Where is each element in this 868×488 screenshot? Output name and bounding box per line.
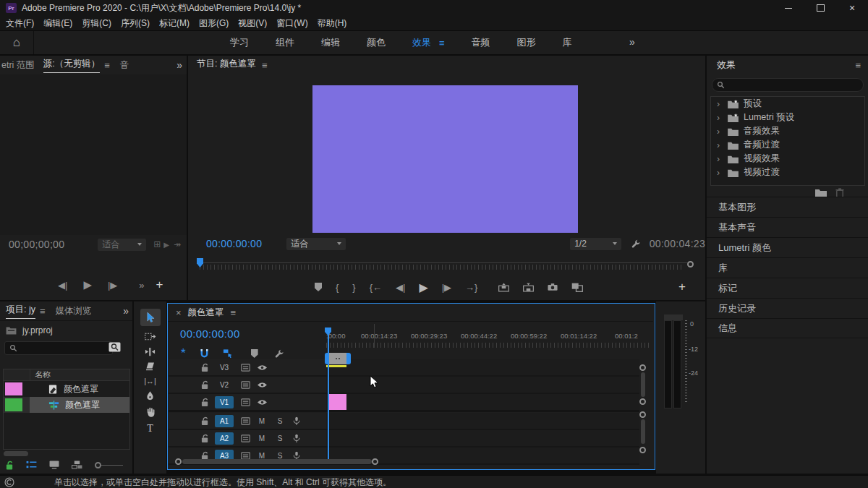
zoom-slider[interactable]: [95, 462, 123, 468]
project-tabs-overflow-chevron[interactable]: »: [123, 305, 129, 317]
track-select-forward-tool[interactable]: [134, 332, 166, 341]
workspace-tab-graphics[interactable]: 图形: [517, 36, 536, 49]
menu-sequence[interactable]: 序列(S): [121, 17, 150, 30]
go-to-in-button[interactable]: {←: [370, 282, 382, 293]
tab-history[interactable]: 历史记录: [707, 298, 868, 318]
chevron-right-icon[interactable]: ›: [717, 140, 723, 150]
project-writable-lock-icon[interactable]: [6, 461, 14, 470]
solo-button[interactable]: S: [276, 435, 284, 442]
menu-file[interactable]: 文件(F): [6, 17, 34, 30]
program-panel-menu-icon[interactable]: ≡: [262, 60, 268, 71]
list-view-icon[interactable]: [26, 461, 37, 469]
track-label-v1[interactable]: V1: [215, 396, 234, 408]
effects-panel-title[interactable]: 效果: [717, 59, 736, 72]
menu-clip[interactable]: 剪辑(C): [82, 17, 111, 30]
project-row-color-matte[interactable]: 颜色遮罩: [4, 381, 129, 397]
play-button[interactable]: ▶: [419, 281, 427, 294]
effects-tree-item-video-transitions[interactable]: › 视频过渡: [711, 166, 864, 179]
insert-as-nested-sequence-icon[interactable]: *: [181, 350, 186, 357]
track-output-eye-icon[interactable]: [258, 364, 267, 371]
icon-view-icon[interactable]: [49, 461, 59, 469]
track-content-v3[interactable]: [326, 359, 639, 377]
clip-trim-handle-right[interactable]: [346, 353, 351, 364]
audio-tracks-scroll-handle-bottom[interactable]: [639, 447, 646, 453]
tab-libraries[interactable]: 库: [707, 257, 868, 278]
go-to-out-button[interactable]: →}: [465, 282, 477, 293]
source-tabs-overflow-chevron[interactable]: »: [176, 59, 182, 71]
tab-lumetri-scopes[interactable]: etri 范围: [1, 59, 35, 72]
effects-tree-item-lumetri-presets[interactable]: › Lumetri 预设: [711, 111, 864, 124]
track-label-a1[interactable]: A1: [215, 415, 234, 427]
project-search-field[interactable]: [21, 343, 108, 354]
linked-selection-icon[interactable]: [223, 348, 233, 359]
chevron-right-icon[interactable]: ›: [717, 113, 723, 123]
chevron-right-icon[interactable]: ›: [717, 168, 723, 178]
menu-window[interactable]: 窗口(W): [276, 17, 307, 30]
pen-tool[interactable]: [134, 391, 166, 401]
home-icon[interactable]: ⌂: [0, 31, 34, 54]
step-back-button[interactable]: ◀|: [396, 282, 405, 293]
voiceover-mic-icon[interactable]: [293, 434, 300, 443]
project-horizontal-scrollbar[interactable]: [4, 451, 28, 456]
program-timecode[interactable]: 00:00:00:00: [206, 238, 262, 249]
timeline-playhead-line[interactable]: [328, 334, 329, 461]
track-output-eye-icon[interactable]: [258, 382, 267, 388]
tab-essential-sound[interactable]: 基本声音: [707, 217, 868, 237]
workspace-tab-libraries[interactable]: 库: [563, 36, 572, 49]
track-content-a2[interactable]: [326, 430, 639, 448]
workspace-tab-assembly[interactable]: 组件: [276, 36, 294, 49]
label-color-chip-pink[interactable]: [5, 382, 22, 395]
workspace-tab-color[interactable]: 颜色: [367, 36, 386, 49]
mute-button[interactable]: M: [258, 435, 266, 442]
source-step-back-button[interactable]: ◀|: [58, 280, 67, 291]
mark-in-button[interactable]: {: [336, 282, 339, 293]
project-search-input[interactable]: [4, 341, 113, 355]
selection-tool[interactable]: [140, 309, 161, 326]
track-lock-icon[interactable]: [201, 380, 209, 390]
zoom-handle-right[interactable]: [372, 458, 378, 465]
sync-lock-icon[interactable]: [241, 381, 250, 389]
menu-marker[interactable]: 标记(M): [159, 17, 190, 30]
timeline-ruler[interactable]: :00:00 00:00:14:23 00:00:29:23 00:00:44:…: [326, 324, 652, 353]
program-seek-bar[interactable]: [195, 258, 698, 271]
freeform-view-icon[interactable]: [72, 461, 82, 469]
add-marker-icon[interactable]: [251, 349, 258, 358]
close-button[interactable]: ×: [836, 0, 868, 16]
chevron-right-icon[interactable]: ›: [717, 99, 723, 109]
comparison-view-icon[interactable]: [571, 283, 583, 292]
project-file-name[interactable]: jy.prproj: [22, 325, 53, 335]
workspace-tab-learn[interactable]: 学习: [230, 36, 249, 49]
effects-search-input[interactable]: [712, 78, 864, 92]
workspace-tab-effects[interactable]: 效果: [412, 36, 431, 49]
track-content-v1[interactable]: [326, 394, 639, 412]
project-row-color-matte-sequence[interactable]: 颜色遮罩: [4, 397, 129, 413]
timeline-clip-color-matte-v1[interactable]: [328, 394, 346, 410]
program-settings-wrench-icon[interactable]: [631, 239, 641, 249]
chevron-right-icon[interactable]: ›: [717, 154, 723, 164]
track-label-v3[interactable]: V3: [215, 361, 234, 374]
timeline-panel-menu-icon[interactable]: ≡: [231, 307, 237, 318]
seek-zoom-handle[interactable]: [687, 261, 694, 267]
timeline-zoom-scrollbar[interactable]: [175, 457, 645, 466]
chevron-right-icon[interactable]: ›: [717, 127, 723, 137]
track-lock-icon[interactable]: [201, 363, 209, 372]
tab-essential-graphics[interactable]: 基本图形: [707, 197, 868, 217]
menu-view[interactable]: 视图(V): [238, 17, 267, 30]
audio-tracks-scrollbar[interactable]: [641, 419, 645, 444]
project-item-name[interactable]: 颜色遮罩: [64, 383, 98, 395]
export-frame-camera-icon[interactable]: [548, 283, 558, 291]
effects-panel-menu-icon[interactable]: ≡: [855, 60, 861, 71]
sync-lock-icon[interactable]: [241, 417, 250, 425]
mute-button[interactable]: M: [258, 417, 266, 425]
mark-out-button[interactable]: }: [352, 282, 355, 293]
source-timecode[interactable]: 00;00;00;00: [9, 239, 64, 250]
menu-edit[interactable]: 编辑(E): [43, 17, 72, 30]
project-panel-menu-icon[interactable]: ≡: [40, 306, 46, 317]
tab-audio-clipped[interactable]: 音: [120, 59, 129, 72]
razor-tool[interactable]: [134, 362, 166, 372]
tab-program-monitor[interactable]: 节目: 颜色遮罩: [197, 58, 256, 72]
track-content-a1[interactable]: [326, 413, 639, 430]
slip-tool[interactable]: |↔|: [134, 377, 166, 385]
column-header-name[interactable]: 名称: [35, 369, 51, 380]
tab-lumetri-color[interactable]: Lumetri 颜色: [707, 237, 868, 257]
